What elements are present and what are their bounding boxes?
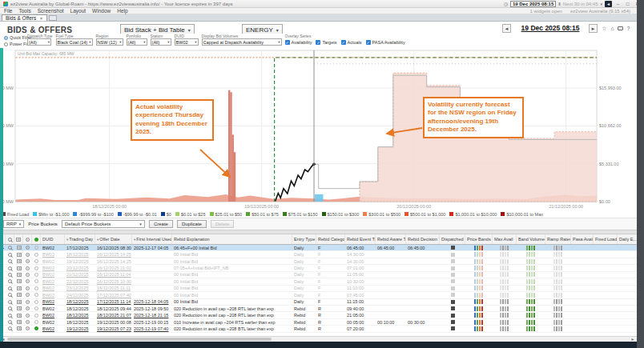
cell-ico-gear[interactable] [23, 312, 32, 318]
cell-pasa-avail[interactable] [571, 286, 594, 291]
cell-dispatched[interactable] [440, 286, 465, 291]
cell-event[interactable]: 14:30:00 [345, 258, 376, 264]
cell-fixed-load[interactable] [594, 326, 618, 331]
cell-max-avail[interactable] [493, 245, 517, 250]
cell-aware[interactable] [376, 326, 406, 331]
cell-pasa-avail[interactable] [571, 299, 594, 305]
pause-icon[interactable]: ‖ [558, 2, 560, 6]
cell-ramp-rates[interactable] [545, 286, 571, 291]
cell-status[interactable] [32, 251, 41, 257]
table-row[interactable]: BW0224/12/202517/12/2025 07:4000 Initial… [0, 292, 644, 298]
cell-fixed-load[interactable] [594, 272, 618, 278]
cell-price-bands[interactable] [465, 306, 493, 311]
cell-ico-grid[interactable] [14, 319, 23, 325]
column-header-offer-date[interactable]: ▾Offer Date [95, 234, 132, 244]
cell-max-avail[interactable] [493, 251, 517, 257]
cell-event[interactable]: 09:40:00 [345, 306, 376, 311]
cell-ico-gear[interactable] [23, 251, 32, 257]
cell-fixed-load[interactable] [594, 251, 618, 257]
cell-first-interval[interactable] [132, 286, 172, 291]
cell-first-interval[interactable]: 2025-12-18 09:50 [132, 306, 172, 311]
cell-event[interactable]: 10:30:00 [345, 278, 376, 284]
menu-item-file[interactable]: File [4, 8, 12, 14]
cell-entry-type[interactable]: Daily [292, 251, 316, 257]
column-header-price-bands[interactable]: Price Bands [465, 234, 493, 244]
cell-price-bands[interactable] [465, 245, 493, 250]
cell-band-volumes[interactable] [517, 258, 545, 264]
cell-pasa-avail[interactable] [571, 319, 594, 325]
table-row[interactable]: BW0218/12/202518/12/2025 21:072025-12-18… [0, 312, 644, 318]
cell-price-bands[interactable] [465, 278, 493, 284]
cell-ico-grid[interactable] [14, 258, 23, 264]
cell-pasa-avail[interactable] [571, 245, 594, 250]
cell-ico-gear[interactable] [23, 326, 32, 331]
cell-entry-type[interactable]: Daily [292, 286, 316, 291]
cell-first-interval[interactable]: 2025-12-17 04:05 [132, 245, 172, 250]
table-row[interactable]: BW0222/12/202516/12/2025 10:3000 Initial… [0, 278, 644, 285]
cell-dispatched[interactable] [440, 265, 465, 270]
rrp-select[interactable]: RRP▾ [3, 220, 24, 228]
cell-ramp-rates[interactable] [545, 306, 571, 311]
cell-category[interactable]: F [316, 245, 345, 250]
time-back-button[interactable]: ◄ [502, 24, 511, 33]
menu-item-screenshot[interactable]: Screenshot [38, 8, 64, 14]
cell-ico-grid[interactable] [14, 299, 23, 305]
cell-ico-search[interactable] [6, 265, 14, 270]
cell-first-interval[interactable]: 2025-12-19 00:15 [132, 319, 172, 325]
cell-dispatched[interactable] [440, 319, 465, 325]
cell-pasa-avail[interactable] [571, 251, 594, 257]
cell-aware[interactable] [376, 278, 406, 284]
cell-ico-gear[interactable] [23, 265, 32, 270]
help-icon[interactable]: ? [625, 25, 632, 32]
cell-decision[interactable] [406, 326, 440, 331]
cell-ico-gear[interactable] [23, 299, 32, 305]
column-header-band-volumes[interactable]: Band Volumes [517, 234, 545, 244]
cell-ico-gear[interactable] [23, 272, 32, 278]
column-header-entry-type[interactable]: Entry Type [292, 234, 316, 244]
cell-dispatched[interactable] [440, 312, 465, 318]
cell-max-avail[interactable] [493, 299, 517, 305]
cell-event[interactable]: 11:05:00 [345, 272, 376, 278]
cell-explanation[interactable]: 020 Reduction in avail cap ~208 RTL late… [172, 306, 292, 311]
cell-aware[interactable] [376, 306, 406, 311]
cell-trading-day[interactable]: 18/12/2025 [65, 251, 95, 257]
cell-offer-date[interactable]: 16/12/2025 14:25 [95, 251, 132, 257]
cell-trading-day[interactable]: 24/12/2025 [65, 292, 95, 298]
column-header-rebid-aware-time[interactable]: Rebid Aware Time [376, 234, 406, 244]
cell-event[interactable]: 11:10:00 [345, 286, 376, 291]
cell-trading-day[interactable]: 19/12/2025 [65, 326, 95, 331]
cell-offer-date[interactable]: 18/12/2025 21:07 [95, 312, 132, 318]
cell-ramp-rates[interactable] [545, 299, 571, 305]
cell-first-interval[interactable] [132, 292, 172, 298]
cell-decision[interactable] [406, 251, 440, 257]
cell-fixed-load[interactable] [594, 292, 618, 298]
cell-duid[interactable]: BW02 [41, 251, 65, 257]
column-header-max-avail[interactable]: Max Avail [493, 234, 517, 244]
cell-max-avail[interactable] [493, 265, 517, 270]
overlay-option-targets[interactable]: ✓Targets [316, 40, 336, 45]
column-header-ico-gear[interactable] [23, 234, 32, 244]
cell-ico-search[interactable] [6, 326, 14, 331]
cell-price-bands[interactable] [465, 292, 493, 298]
cell-ico-grid[interactable] [14, 306, 23, 311]
cell-ico-search[interactable] [6, 306, 14, 311]
column-header-first-interval-used[interactable]: ▾First Interval Used [132, 234, 172, 244]
cell-aware[interactable]: 00:10:00 [376, 319, 406, 325]
filter-field-select[interactable]: NSW (12)▾ [96, 38, 123, 46]
cell-first-interval[interactable] [132, 258, 172, 264]
cell-ramp-rates[interactable] [545, 278, 571, 284]
tab-bids-and-offers[interactable]: Bids & Offers ✕ [2, 14, 47, 21]
cell-status[interactable] [32, 326, 41, 331]
cell-ico-gear[interactable] [23, 292, 32, 298]
table-row[interactable]: BW0220/12/202516/12/2025 21:0207:05+A+In… [0, 265, 644, 271]
cell-pasa-avail[interactable] [571, 312, 594, 318]
widget-datetime[interactable]: 19 Dec 2025 08:15 [513, 24, 587, 32]
cell-category[interactable]: F [316, 258, 345, 264]
cell-entry-type[interactable]: Daily [292, 265, 316, 270]
cell-first-interval[interactable] [132, 265, 172, 270]
cell-max-avail[interactable] [493, 258, 517, 264]
cell-max-avail[interactable] [493, 326, 517, 331]
cell-duid[interactable]: BW02 [41, 245, 65, 250]
delete-bucket-button[interactable]: Delete [211, 220, 234, 228]
cell-ico-search[interactable] [6, 251, 14, 257]
